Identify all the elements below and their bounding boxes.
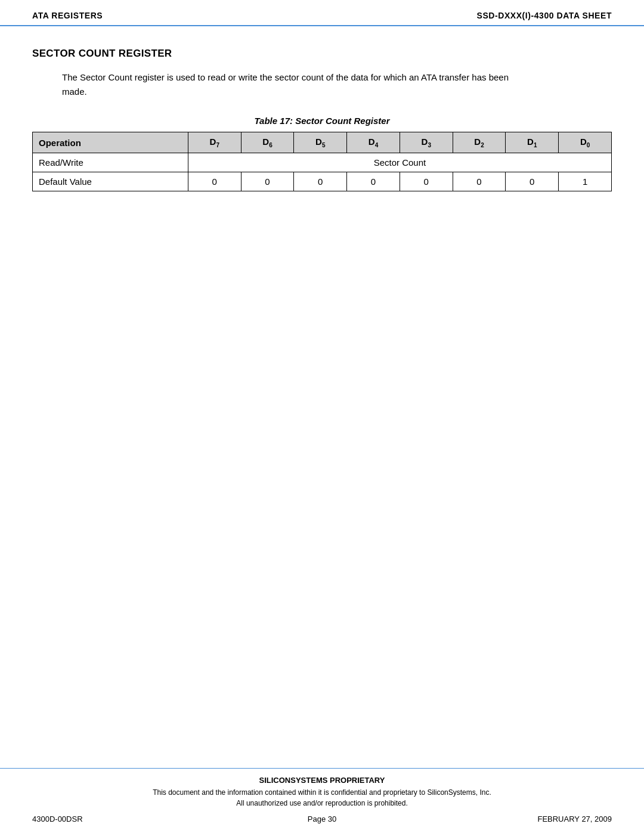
- col-header-d5: D5: [294, 132, 347, 153]
- col-header-d3: D3: [400, 132, 453, 153]
- footer-notice: This document and the information contai…: [32, 787, 612, 809]
- cell-default-op: Default Value: [33, 172, 188, 191]
- col-header-d6: D6: [241, 132, 294, 153]
- page-footer: SiliconSystems Proprietary This document…: [0, 768, 644, 833]
- cell-default-d5: 0: [294, 172, 347, 191]
- footer-page-number: Page 30: [128, 815, 516, 823]
- table-caption: Table 17: Sector Count Register: [32, 116, 612, 126]
- cell-default-d1: 0: [506, 172, 559, 191]
- cell-default-d0: 1: [559, 172, 612, 191]
- cell-readwrite-op: Read/Write: [33, 153, 188, 172]
- cell-default-d2: 0: [453, 172, 506, 191]
- cell-default-d6: 0: [241, 172, 294, 191]
- section-title: Sector Count Register: [32, 48, 612, 60]
- cell-readwrite-value: Sector Count: [188, 153, 611, 172]
- col-header-d1: D1: [506, 132, 559, 153]
- cell-default-d3: 0: [400, 172, 453, 191]
- col-header-d4: D4: [347, 132, 400, 153]
- col-header-d0: D0: [559, 132, 612, 153]
- footer-date: February 27, 2009: [516, 815, 612, 823]
- cell-default-d7: 0: [188, 172, 241, 191]
- cell-default-d4: 0: [347, 172, 400, 191]
- header-right: SSD-Dxxx(I)-4300 Data Sheet: [477, 11, 612, 20]
- page-content: Sector Count Register The Sector Count r…: [0, 26, 644, 768]
- col-header-operation: Operation: [33, 132, 188, 153]
- footer-notice-line2: All unauthorized use and/or reproduction…: [32, 798, 612, 809]
- table-row-default: Default Value 0 0 0 0 0 0 0 1: [33, 172, 612, 191]
- table-header-row: Operation D7 D6 D5 D4 D3 D2 D1 D0: [33, 132, 612, 153]
- footer-proprietary: SiliconSystems Proprietary: [32, 776, 612, 785]
- header-left: ATA Registers: [32, 11, 103, 20]
- col-header-d7: D7: [188, 132, 241, 153]
- footer-notice-line1: This document and the information contai…: [32, 787, 612, 798]
- footer-bottom: 4300D-00DSR Page 30 February 27, 2009: [32, 815, 612, 823]
- col-header-d2: D2: [453, 132, 506, 153]
- footer-doc-number: 4300D-00DSR: [32, 815, 128, 823]
- table-row-readwrite: Read/Write Sector Count: [33, 153, 612, 172]
- section-description: The Sector Count register is used to rea…: [62, 70, 509, 99]
- sector-count-table: Operation D7 D6 D5 D4 D3 D2 D1 D0 Read/W…: [32, 132, 612, 191]
- page-header: ATA Registers SSD-Dxxx(I)-4300 Data Shee…: [0, 0, 644, 26]
